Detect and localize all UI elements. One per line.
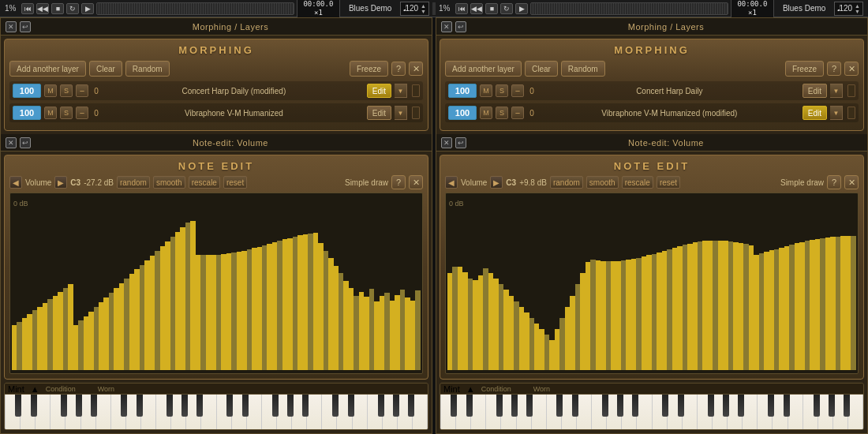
- close-morph-icon-right[interactable]: ✕: [844, 62, 859, 76]
- white-key[interactable]: [743, 395, 758, 430]
- bpm-up-right[interactable]: ▲: [855, 3, 860, 9]
- mute-btn-right-2[interactable]: M: [480, 107, 492, 119]
- edit-dropdown-right-2[interactable]: ▼: [830, 106, 843, 120]
- loop-btn-left[interactable]: ↻: [66, 3, 79, 14]
- undo-note-icon-left[interactable]: ↩: [20, 137, 31, 148]
- ne-left-arrow-left[interactable]: ◀: [9, 176, 22, 189]
- white-key[interactable]: [111, 395, 126, 430]
- white-key[interactable]: [532, 395, 547, 430]
- mute-btn-right-1[interactable]: M: [480, 84, 492, 97]
- white-key[interactable]: [818, 395, 833, 430]
- white-key[interactable]: [5, 395, 21, 430]
- white-key[interactable]: [728, 395, 743, 430]
- ne-right-arrow-right[interactable]: ▶: [490, 176, 503, 189]
- bpm-up-left[interactable]: ▲: [421, 3, 426, 9]
- ne-reset-btn-left[interactable]: reset: [223, 176, 247, 189]
- white-key[interactable]: [307, 395, 322, 430]
- bpm-down-left[interactable]: ▼: [421, 9, 426, 14]
- prev-btn-left[interactable]: ◀◀: [36, 3, 49, 14]
- white-key[interactable]: [803, 395, 818, 430]
- solo-btn-left-1[interactable]: S: [60, 84, 73, 97]
- rewind-btn-right[interactable]: ⏮: [455, 3, 468, 14]
- minus-btn-right-2[interactable]: −: [511, 107, 524, 119]
- solo-btn-right-2[interactable]: S: [496, 107, 508, 119]
- random-btn-right[interactable]: Random: [561, 61, 605, 77]
- mute-btn-left-1[interactable]: M: [44, 84, 57, 97]
- ne-reset-btn-right[interactable]: reset: [657, 176, 680, 189]
- edit-btn-left-1[interactable]: Edit: [367, 84, 391, 98]
- white-key[interactable]: [322, 395, 337, 430]
- white-key[interactable]: [126, 395, 141, 430]
- edit-dropdown-right-1[interactable]: ▼: [830, 84, 843, 98]
- white-key[interactable]: [51, 395, 65, 430]
- volume-chart-right[interactable]: 0 dB: [445, 193, 859, 374]
- white-key[interactable]: [81, 395, 96, 430]
- white-key[interactable]: [833, 395, 848, 430]
- layer-volume-right-2[interactable]: 100: [448, 106, 477, 120]
- white-key[interactable]: [141, 395, 156, 430]
- white-key[interactable]: [562, 395, 577, 430]
- white-key[interactable]: [577, 395, 592, 430]
- layer-scroll-left-1[interactable]: [412, 84, 420, 97]
- layer-volume-left-2[interactable]: 100: [13, 106, 41, 120]
- ne-help-icon-right[interactable]: ?: [827, 175, 841, 189]
- ne-close-icon-left[interactable]: ✕: [409, 175, 423, 189]
- bpm-down-right[interactable]: ▼: [855, 9, 860, 14]
- white-key[interactable]: [668, 395, 683, 430]
- white-key[interactable]: [773, 395, 788, 430]
- ne-close-icon-right[interactable]: ✕: [844, 175, 859, 189]
- white-key[interactable]: [653, 395, 668, 430]
- white-key[interactable]: [156, 395, 171, 430]
- ne-rescale-btn-right[interactable]: rescale: [622, 176, 653, 189]
- bpm-arrows-left[interactable]: ▲ ▼: [421, 3, 426, 14]
- edit-btn-right-2[interactable]: Edit: [803, 106, 827, 120]
- white-key[interactable]: [486, 395, 501, 430]
- freeze-btn-right[interactable]: Freeze: [785, 61, 824, 77]
- random-btn-left[interactable]: Random: [125, 61, 170, 77]
- prev-btn-right[interactable]: ◀◀: [470, 3, 483, 14]
- close-note-icon-right[interactable]: ✕: [441, 137, 452, 148]
- white-key[interactable]: [413, 395, 428, 430]
- play-btn-right[interactable]: ▶: [515, 3, 528, 14]
- rewind-btn-left[interactable]: ⏮: [21, 3, 34, 14]
- edit-dropdown-left-1[interactable]: ▼: [395, 84, 407, 98]
- white-key[interactable]: [277, 395, 292, 430]
- solo-btn-left-2[interactable]: S: [60, 107, 73, 119]
- white-key[interactable]: [698, 395, 713, 430]
- mute-btn-left-2[interactable]: M: [44, 107, 57, 119]
- white-key[interactable]: [353, 395, 368, 430]
- white-key[interactable]: [713, 395, 728, 430]
- bpm-arrows-right[interactable]: ▲ ▼: [855, 3, 860, 14]
- edit-dropdown-left-2[interactable]: ▼: [395, 106, 407, 120]
- white-key[interactable]: [607, 395, 622, 430]
- undo-icon-left[interactable]: ↩: [20, 21, 31, 32]
- white-key[interactable]: [337, 395, 352, 430]
- white-key[interactable]: [96, 395, 111, 430]
- clear-btn-left[interactable]: Clear: [89, 61, 122, 77]
- close-icon-right[interactable]: ✕: [441, 21, 452, 32]
- help-icon-left[interactable]: ?: [391, 62, 406, 76]
- layer-scroll-right-2[interactable]: [847, 107, 855, 119]
- white-key[interactable]: [547, 395, 562, 430]
- white-key[interactable]: [848, 395, 863, 430]
- white-key[interactable]: [65, 395, 80, 430]
- solo-btn-right-1[interactable]: S: [496, 84, 508, 97]
- white-key[interactable]: [398, 395, 413, 430]
- close-note-icon-left[interactable]: ✕: [6, 137, 17, 148]
- white-key[interactable]: [383, 395, 398, 430]
- layer-scroll-left-2[interactable]: [412, 107, 420, 119]
- edit-btn-right-1[interactable]: Edit: [803, 84, 827, 98]
- white-key[interactable]: [21, 395, 36, 430]
- white-key[interactable]: [758, 395, 773, 430]
- layer-volume-right-1[interactable]: 100: [448, 84, 477, 98]
- white-key[interactable]: [201, 395, 216, 430]
- ne-right-arrow-left[interactable]: ▶: [54, 176, 67, 189]
- stop-btn-right[interactable]: ■: [485, 3, 498, 14]
- undo-note-icon-right[interactable]: ↩: [455, 137, 466, 148]
- white-key[interactable]: [517, 395, 532, 430]
- white-key[interactable]: [440, 395, 456, 430]
- ne-smooth-btn-right[interactable]: smooth: [586, 176, 619, 189]
- white-key[interactable]: [247, 395, 262, 430]
- close-morph-icon-left[interactable]: ✕: [409, 62, 423, 76]
- ne-smooth-btn-left[interactable]: smooth: [153, 176, 185, 189]
